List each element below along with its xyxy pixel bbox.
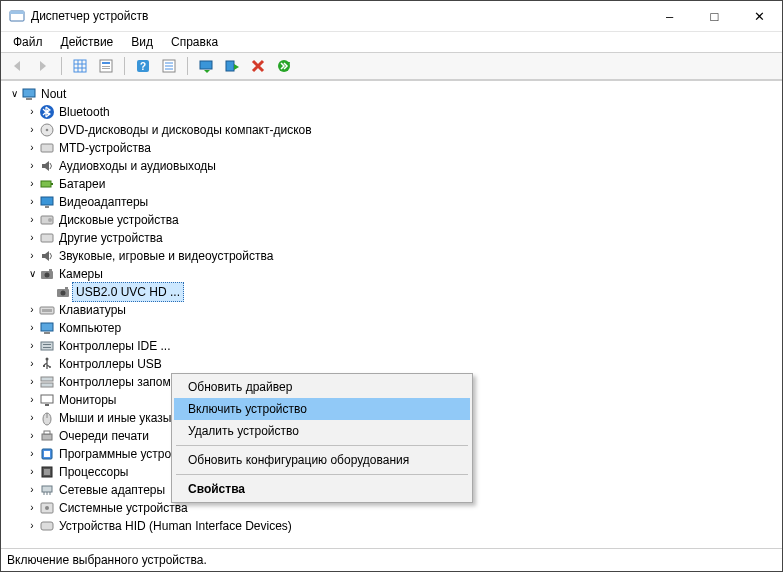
tree-category-usbctl[interactable]: › Контроллеры USB [7,355,782,373]
toolbar-separator [124,57,125,75]
tree-label: Другие устройства [57,229,165,247]
menu-view[interactable]: Вид [123,34,161,50]
maximize-button[interactable]: □ [692,1,737,31]
properties-button[interactable] [94,54,118,78]
ctx-uninstall-device[interactable]: Удалить устройство [174,420,470,442]
expander-icon[interactable]: › [25,175,39,193]
back-button[interactable] [5,54,29,78]
expander-icon[interactable]: › [25,463,39,481]
tree-category-dvd[interactable]: › DVD-дисководы и дисководы компакт-диск… [7,121,782,139]
menubar: Файл Действие Вид Справка [1,32,782,52]
camera-icon [39,266,55,282]
expander-icon[interactable]: › [25,373,39,391]
menu-file[interactable]: Файл [5,34,51,50]
tree-label: Устройства HID (Human Interface Devices) [57,517,294,535]
software-icon [39,446,55,462]
tree-device-cam0[interactable]: USB2.0 UVC HD ... [7,283,782,301]
network-icon [39,482,55,498]
tree-label: DVD-дисководы и дисководы компакт-дисков [57,121,314,139]
expander-icon[interactable]: ∨ [25,265,39,283]
tree-label: Контроллеры IDE ... [57,337,173,355]
tree-category-video[interactable]: › Видеоадаптеры [7,193,782,211]
tree-label: Системные устройства [57,499,190,517]
ctx-scan-hardware[interactable]: Обновить конфигурацию оборудования [174,449,470,471]
tree-category-avg[interactable]: › Звуковые, игровые и видеоустройства [7,247,782,265]
expander-icon[interactable]: › [25,517,39,535]
expander-icon[interactable]: › [25,103,39,121]
device-manager-window: Диспетчер устройств – □ ✕ Файл Действие … [0,0,783,572]
ctx-properties[interactable]: Свойства [174,478,470,500]
help-button[interactable] [131,54,155,78]
expander-icon[interactable]: › [25,409,39,427]
tree-category-other[interactable]: › Другие устройства [7,229,782,247]
expander-icon[interactable]: › [25,121,39,139]
close-button[interactable]: ✕ [737,1,782,31]
tree-label: USB2.0 UVC HD ... [72,282,184,302]
system-icon [39,500,55,516]
tree-category-ide[interactable]: › Контроллеры IDE ... [7,337,782,355]
tree-category-audio[interactable]: › Аудиовходы и аудиовыходы [7,157,782,175]
tree-label: Звуковые, игровые и видеоустройства [57,247,275,265]
toolbar-separator [61,57,62,75]
expander-icon[interactable]: › [25,499,39,517]
update-driver-button[interactable] [194,54,218,78]
expander-icon[interactable]: › [25,139,39,157]
uninstall-device-button[interactable] [246,54,270,78]
expander-icon[interactable]: ∨ [7,85,21,103]
show-all-button[interactable] [68,54,92,78]
drive-icon [39,212,55,228]
tree-label: Аудиовходы и аудиовыходы [57,157,218,175]
ctx-enable-device[interactable]: Включить устройство [174,398,470,420]
expander-icon[interactable]: › [25,337,39,355]
tree-category-mtd[interactable]: › MTD-устройства [7,139,782,157]
tree-label: Nout [39,85,68,103]
tree-category-disk[interactable]: › Дисковые устройства [7,211,782,229]
tree-category-cameras[interactable]: ∨ Камеры [7,265,782,283]
scan-hardware-button[interactable] [272,54,296,78]
expander-icon[interactable]: › [25,301,39,319]
camera-icon [55,284,71,300]
tree-category-bluetooth[interactable]: › Bluetooth [7,103,782,121]
enable-device-button[interactable] [220,54,244,78]
tree-view[interactable]: ∨ Nout › Bluetooth › DVD-дисководы и дис… [1,80,782,548]
context-menu: Обновить драйвер Включить устройство Уда… [171,373,473,503]
forward-button[interactable] [31,54,55,78]
statusbar: Включение выбранного устройства. [1,548,782,571]
disc-icon [39,122,55,138]
expander-icon[interactable]: › [25,355,39,373]
expander-icon[interactable]: › [25,229,39,247]
expander-icon[interactable]: › [25,211,39,229]
expander-icon[interactable]: › [25,319,39,337]
expander-icon[interactable]: › [25,391,39,409]
ctx-separator [176,445,468,446]
computer-icon [39,320,55,336]
cpu-icon [39,464,55,480]
menu-action[interactable]: Действие [53,34,122,50]
menu-help[interactable]: Справка [163,34,226,50]
tree-label: Процессоры [57,463,131,481]
minimize-button[interactable]: – [647,1,692,31]
toolbar-separator [187,57,188,75]
tree-root[interactable]: ∨ Nout [7,85,782,103]
tree-category-computer[interactable]: › Компьютер [7,319,782,337]
tree-category-battery[interactable]: › Батареи [7,175,782,193]
expander-icon[interactable]: › [25,445,39,463]
ctx-update-driver[interactable]: Обновить драйвер [174,376,470,398]
tree-label: Клавиатуры [57,301,128,319]
mouse-icon [39,410,55,426]
expander-icon[interactable]: › [25,247,39,265]
expander-icon[interactable]: › [25,193,39,211]
tree-label: Сетевые адаптеры [57,481,167,499]
display-icon [39,194,55,210]
tree-category-hid[interactable]: › Устройства HID (Human Interface Device… [7,517,782,535]
tree-category-keyboards[interactable]: › Клавиатуры [7,301,782,319]
tree-label: Контроллеры USB [57,355,164,373]
expander-icon[interactable]: › [25,481,39,499]
speaker-icon [39,158,55,174]
titlebar: Диспетчер устройств – □ ✕ [1,1,782,32]
expander-icon[interactable]: › [25,427,39,445]
bluetooth-icon [39,104,55,120]
monitor-icon [39,392,55,408]
expander-icon[interactable]: › [25,157,39,175]
list-button[interactable] [157,54,181,78]
